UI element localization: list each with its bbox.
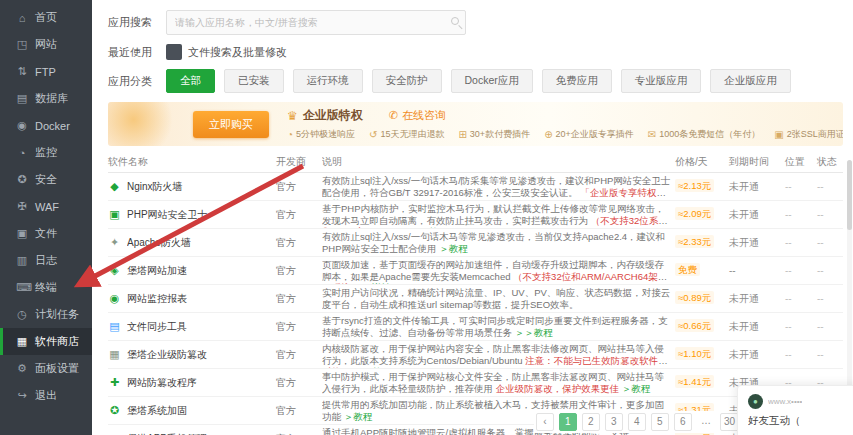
table-row[interactable]: ✚网站防篡改程序 官方 事中防护模式，用于保护网站核心文件安全，防止黑客非法篡改… (108, 369, 843, 397)
software-store-page: 应用搜索 最近使用 文件搜索及批量修改 应用分类 全部 已安装 运行环境 安全防… (92, 0, 853, 435)
col-software-name: 软件名称 (108, 153, 276, 171)
col-position: 位置 (785, 153, 817, 171)
position: -- (785, 207, 817, 222)
software-name[interactable]: 堡塔企业级防篡改 (127, 348, 207, 362)
sidebar-item-monitor[interactable]: ◔监控 (0, 139, 92, 166)
category-tabs: 全部 已安装 运行环境 安全防护 Docker应用 免费应用 专业版应用 企业版… (166, 69, 791, 93)
status: -- (817, 319, 843, 334)
tutorial-link[interactable]: ＞＞教程 (353, 366, 391, 368)
logs-icon: ▥ (16, 254, 28, 267)
sidebar-item-label: 计划任务 (35, 307, 79, 322)
recent-used-row: 最近使用 文件搜索及批量修改 (108, 44, 843, 60)
price: ≈0.89元 (675, 290, 729, 307)
sidebar-item-app-store[interactable]: ▦软件商店 (0, 328, 92, 355)
ftp-icon: ⇅ (16, 65, 28, 78)
online-consult-link[interactable]: ✆在线咨询 (389, 108, 446, 123)
sidebar-item-files[interactable]: ▣文件 (0, 220, 92, 247)
expire-status: 未开通 (729, 206, 785, 224)
table-row[interactable]: ◈堡塔网站加速 官方 页面级加速，基于页面缓存的网站加速组件，自动缓存升级过期脚… (108, 257, 843, 285)
position: -- (785, 291, 817, 306)
website-icon: ◳ (16, 38, 28, 51)
price: ≈1.41元 (675, 374, 729, 391)
software-name[interactable]: PHP网站安全卫士 (127, 208, 208, 222)
page-button-2[interactable]: 2 (582, 413, 600, 431)
page-button-6[interactable]: 6 (674, 413, 692, 431)
sidebar-item-home[interactable]: ⌂首页 (0, 4, 92, 31)
tab-pro-apps[interactable]: 专业版应用 (621, 69, 702, 93)
software-name[interactable]: 堡塔APP手机管理 (127, 432, 207, 435)
expire-status: -- (729, 263, 785, 278)
search-icon[interactable] (451, 17, 459, 25)
tutorial-link[interactable]: ＞教程 (439, 243, 468, 254)
refund-icon: ↺ (369, 129, 377, 140)
table-row[interactable]: ▦堡塔企业级防篡改 官方 内核级防篡改，用于保护网站内容安全，防止黑客非法修改网… (108, 341, 843, 369)
sidebar-item-logout[interactable]: ↪退出 (0, 382, 92, 409)
sidebar-item-settings[interactable]: ⚙面板设置 (0, 355, 92, 382)
developer: 官方 (276, 178, 322, 196)
price: 免费 (675, 262, 729, 279)
tutorial-link[interactable]: ＞详情 (363, 282, 392, 284)
col-expire: 到期时间 (729, 153, 785, 171)
plugins-icon: ⊞ (458, 129, 466, 140)
sidebar-item-cron[interactable]: ◷计划任务 (0, 301, 92, 328)
tab-docker-apps[interactable]: Docker应用 (451, 69, 533, 93)
software-name[interactable]: Nginx防火墙 (127, 180, 183, 194)
software-name[interactable]: 堡塔系统加固 (127, 404, 187, 418)
sidebar-item-waf[interactable]: ✠WAF (0, 193, 92, 220)
sidebar: ⌂首页 ◳网站 ⇅FTP ▤数据库 ◉Docker ◔监控 ✪安全 ✠WAF ▣… (0, 0, 92, 435)
page-button-5[interactable]: 5 (651, 413, 669, 431)
table-row[interactable]: ▣PHP网站安全卫士 官方 基于PHP内核防护，实时监控木马行为，默认拦截文件上… (108, 201, 843, 229)
tutorial-link[interactable]: ＞教程 (419, 226, 448, 228)
software-name[interactable]: 堡塔网站加速 (127, 264, 187, 278)
table-row[interactable]: ◉网站监控报表 官方 实时用户访问状况，精确统计网站流量、IP、UV、PV、响应… (108, 285, 843, 313)
recent-used-item[interactable]: 文件搜索及批量修改 (166, 44, 287, 60)
search-input[interactable] (166, 10, 466, 35)
tutorial-link[interactable]: ＞＞教程 (515, 327, 553, 338)
tab-all[interactable]: 全部 (166, 69, 215, 93)
developer: 官方 (276, 318, 322, 336)
recent-used-label: 最近使用 (108, 45, 166, 60)
sidebar-item-docker[interactable]: ◉Docker (0, 112, 92, 139)
page-button-4[interactable]: 4 (628, 413, 646, 431)
software-name[interactable]: 文件同步工具 (127, 320, 187, 334)
popup-message: 好友互动（ (748, 414, 853, 428)
tab-security[interactable]: 安全防护 (372, 69, 442, 93)
tab-enterprise-apps[interactable]: 企业版应用 (710, 69, 791, 93)
software-name[interactable]: Apache防火墙 (127, 236, 191, 250)
description: 基于PHP内核防护，实时监控木马行为，默认拦截文件上传修改等常见网络攻击，发现木… (322, 201, 675, 228)
tutorial-link[interactable]: ＞教程 (322, 198, 351, 200)
cron-icon: ◷ (16, 308, 28, 321)
app-store-icon: ▦ (16, 335, 28, 348)
developer: 官方 (276, 430, 322, 435)
sidebar-item-label: 日志 (35, 253, 57, 268)
buy-now-button[interactable]: 立即购买 (193, 111, 269, 138)
software-name[interactable]: 网站监控报表 (127, 292, 187, 306)
price: ≈2.33元 (675, 234, 729, 251)
developer: 官方 (276, 290, 322, 308)
tab-free-apps[interactable]: 免费应用 (542, 69, 612, 93)
sidebar-item-label: 软件商店 (35, 334, 79, 349)
notification-popup[interactable]: ● www.x•••• 好友互动（ (737, 385, 853, 435)
page-button-1[interactable]: 1 (559, 413, 577, 431)
page-prev-button[interactable]: ‹ (536, 413, 554, 431)
enterprise-promo-banner[interactable]: 立即购买 ♛企业版特权 ✆在线咨询 ◔5分钟极速响应 ↺15天无理由退款 ⊞30… (108, 102, 843, 146)
sidebar-item-terminal[interactable]: ⌨终端 (0, 274, 92, 301)
sidebar-item-logs[interactable]: ▥日志 (0, 247, 92, 274)
software-name[interactable]: 网站防篡改程序 (127, 376, 197, 390)
sidebar-item-website[interactable]: ◳网站 (0, 31, 92, 58)
tab-installed[interactable]: 已安装 (224, 69, 284, 93)
tab-runtime[interactable]: 运行环境 (293, 69, 363, 93)
scrollbar-thumb[interactable] (847, 160, 852, 230)
terminal-icon: ⌨ (16, 281, 28, 294)
table-row[interactable]: ▤文件同步工具 官方 基于rsync打造的文件传输工具，可实时同步或定时同步重要… (108, 313, 843, 341)
table-row[interactable]: ◆Nginx防火墙 官方 有效防止sql注入/xss/一句话木马/防采集等常见渗… (108, 173, 843, 201)
tutorial-link[interactable]: ＞教程 (344, 411, 373, 422)
tutorial-link[interactable]: ＞教程 (622, 383, 651, 394)
price: ≈1.10元 (675, 346, 729, 363)
page-button-3[interactable]: 3 (605, 413, 623, 431)
sidebar-item-security[interactable]: ✪安全 (0, 166, 92, 193)
sidebar-item-ftp[interactable]: ⇅FTP (0, 58, 92, 85)
pagination: ‹ 1 2 3 4 5 6 … 30 (534, 411, 741, 433)
table-row[interactable]: ✦Apache防火墙 官方 有效防止sql注入/xss/一句话木马等常见渗透攻击… (108, 229, 843, 257)
sidebar-item-database[interactable]: ▤数据库 (0, 85, 92, 112)
